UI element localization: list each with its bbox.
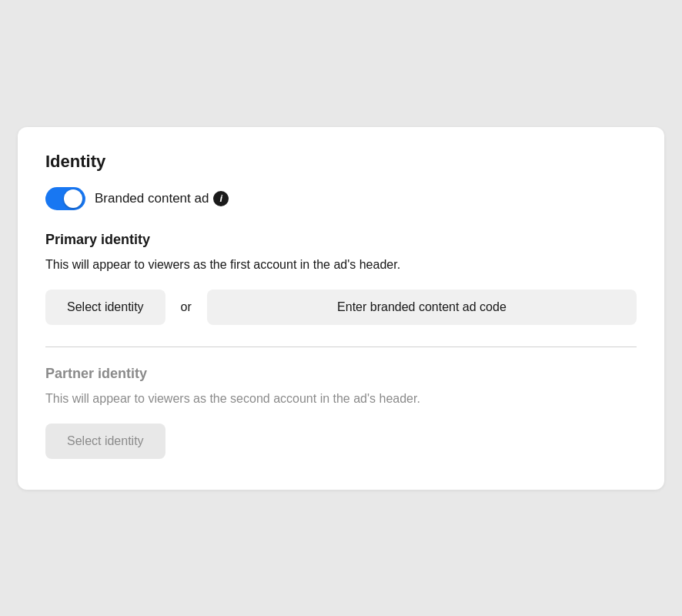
partner-select-identity-button[interactable]: Select identity (45, 424, 165, 459)
branded-content-toggle[interactable] (45, 187, 85, 210)
primary-identity-section: Primary identity This will appear to vie… (45, 232, 637, 325)
enter-ad-code-button[interactable]: Enter branded content ad code (207, 290, 637, 325)
section-divider (45, 346, 637, 347)
page-title: Identity (45, 152, 637, 172)
primary-identity-button-row: Select identity or Enter branded content… (45, 290, 637, 325)
partner-identity-heading: Partner identity (45, 366, 637, 382)
partner-identity-description: This will appear to viewers as the secon… (45, 390, 637, 408)
toggle-label-text: Branded content ad (95, 191, 209, 206)
primary-identity-description: This will appear to viewers as the first… (45, 256, 637, 274)
toggle-thumb (64, 189, 82, 208)
info-icon[interactable]: i (213, 191, 229, 206)
identity-card: Identity Branded content ad i Primary id… (18, 127, 664, 490)
partner-identity-section: Partner identity This will appear to vie… (45, 366, 637, 459)
primary-identity-heading: Primary identity (45, 232, 637, 248)
toggle-track (45, 187, 85, 210)
or-separator: or (165, 300, 207, 314)
toggle-label: Branded content ad i (95, 191, 229, 206)
primary-select-identity-button[interactable]: Select identity (45, 290, 165, 325)
branded-content-toggle-row: Branded content ad i (45, 187, 637, 210)
